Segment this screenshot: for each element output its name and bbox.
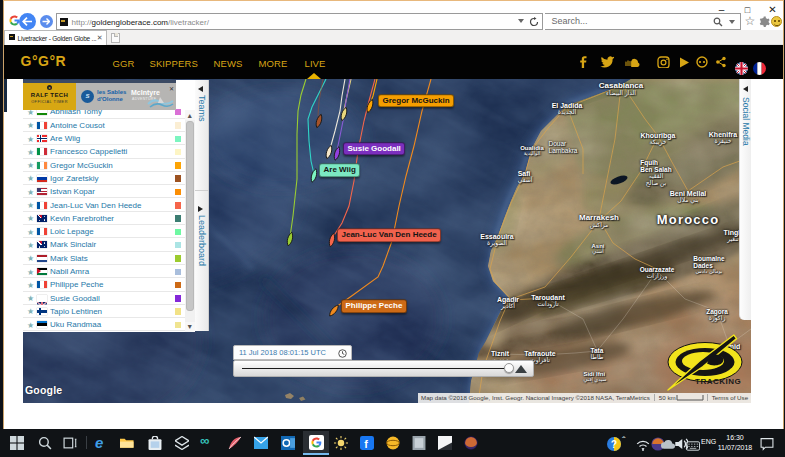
svg-text:?: ? [611, 438, 617, 450]
svg-text:f: f [364, 438, 368, 450]
svg-text:TRACKING: TRACKING [695, 377, 741, 386]
